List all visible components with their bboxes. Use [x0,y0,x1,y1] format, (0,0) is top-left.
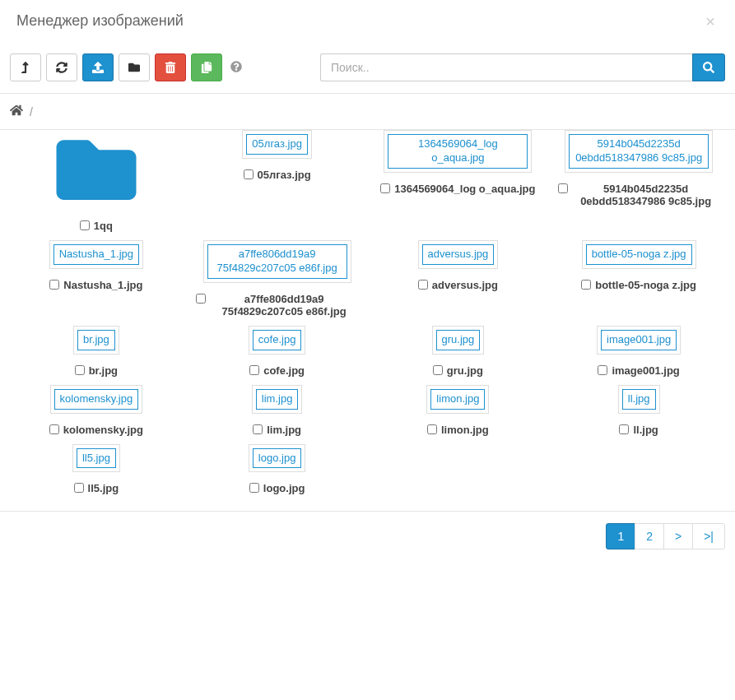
thumbnail-text: 1364569064_log o_aqua.jpg [388,134,528,169]
item-label: logo.jpg [191,482,364,494]
item-label: br.jpg [10,364,183,377]
thumbnail-text: Nastusha_1.jpg [53,244,139,265]
select-checkbox[interactable] [244,169,254,179]
item-label: adversus.jpg [372,279,545,291]
thumbnail[interactable]: 5914b045d2235d 0ebdd518347986 9c85.jpg [565,130,713,173]
refresh-button[interactable] [46,53,77,81]
file-item[interactable]: br.jpgbr.jpg [10,326,183,377]
file-item[interactable]: lim.jpglim.jpg [191,385,364,436]
thumbnail[interactable]: ll5.jpg [72,444,120,473]
trash-icon [165,62,176,73]
file-item[interactable]: gru.jpggru.jpg [372,326,545,377]
select-checkbox[interactable] [80,220,90,230]
thumbnail[interactable]: limon.jpg [426,385,489,414]
thumbnail-text: limon.jpg [430,389,485,410]
select-checkbox[interactable] [249,483,259,493]
item-name: 05лгаз.jpg [258,169,311,181]
item-name: kolomensky.jpg [63,424,143,436]
select-checkbox[interactable] [598,365,607,375]
search-input[interactable] [320,53,692,81]
file-item[interactable]: 1364569064_log o_aqua.jpg1364569064_log … [372,130,545,195]
file-item[interactable]: adversus.jpgadversus.jpg [372,240,545,291]
thumbnail-text: logo.jpg [253,448,302,469]
breadcrumb-home[interactable] [10,104,23,119]
select-checkbox[interactable] [253,424,263,434]
file-item[interactable]: 5914b045d2235d 0ebdd518347986 9c85.jpg59… [552,130,725,207]
item-name: lim.jpg [267,424,301,436]
item-label: 1364569064_log o_aqua.jpg [372,183,545,195]
select-checkbox[interactable] [427,424,437,434]
select-checkbox[interactable] [75,365,85,375]
thumbnail[interactable]: adversus.jpg [418,240,499,269]
home-icon [10,104,23,117]
page-next[interactable]: > [663,523,693,549]
refresh-icon [56,62,67,73]
thumbnail-text: gru.jpg [436,330,481,350]
page-last[interactable]: >| [692,523,725,549]
thumbnail-text: kolomensky.jpg [54,389,139,410]
page-2[interactable]: 2 [635,523,664,549]
select-checkbox[interactable] [49,424,59,434]
search-button[interactable] [692,53,725,81]
select-checkbox[interactable] [249,365,259,375]
select-checkbox[interactable] [581,280,591,290]
file-item[interactable]: image001.jpgimage001.jpg [552,326,725,377]
thumbnail[interactable]: gru.jpg [432,326,485,355]
page-1[interactable]: 1 [606,523,635,549]
delete-button[interactable] [155,53,186,81]
select-checkbox[interactable] [196,294,206,304]
thumbnail[interactable]: Nastusha_1.jpg [49,240,143,269]
thumbnail[interactable]: image001.jpg [597,326,681,355]
file-item[interactable]: ll.jpgll.jpg [552,385,725,436]
item-name: ll.jpg [633,424,658,436]
upload-button[interactable] [82,53,114,81]
file-item[interactable]: Nastusha_1.jpgNastusha_1.jpg [10,240,183,291]
thumbnail[interactable]: ll.jpg [618,385,660,414]
file-item[interactable]: ll5.jpgll5.jpg [10,444,183,495]
pagination: 12>>| [606,523,725,549]
help-icon[interactable] [230,61,242,75]
select-checkbox[interactable] [74,483,84,493]
thumbnail[interactable]: 05лгаз.jpg [242,130,312,159]
file-item[interactable]: limon.jpglimon.jpg [372,385,545,436]
item-label: lim.jpg [191,424,364,436]
breadcrumb: / [0,94,735,129]
close-icon[interactable]: × [700,12,720,32]
file-item[interactable]: logo.jpglogo.jpg [191,444,364,495]
select-checkbox[interactable] [380,183,390,193]
file-item[interactable]: a7ffe806dd19a9 75f4829c207c05 e86f.jpga7… [191,240,364,318]
item-label: ll5.jpg [10,482,183,494]
select-checkbox[interactable] [433,365,443,375]
file-item[interactable]: cofe.jpgcofe.jpg [191,326,364,377]
thumbnail[interactable]: a7ffe806dd19a9 75f4829c207c05 e86f.jpg [203,240,351,283]
select-checkbox[interactable] [558,183,568,193]
item-label: gru.jpg [372,364,545,377]
item-name: logo.jpg [263,482,305,494]
move-copy-button[interactable] [191,53,222,81]
item-label: 05лгаз.jpg [191,169,364,181]
folder-item[interactable]: 1qq [10,130,183,232]
item-name: cofe.jpg [263,364,305,377]
file-item[interactable]: bottle-05-noga z.jpgbottle-05-noga z.jpg [552,240,725,291]
thumbnail[interactable]: kolomensky.jpg [50,385,143,414]
thumbnail[interactable]: bottle-05-noga z.jpg [582,240,696,269]
item-name: a7ffe806dd19a9 75f4829c207c05 e86f.jpg [210,293,358,318]
thumbnail[interactable]: br.jpg [73,326,119,355]
thumbnail[interactable]: logo.jpg [249,444,306,473]
select-checkbox[interactable] [49,280,59,290]
file-item[interactable]: kolomensky.jpgkolomensky.jpg [10,385,183,436]
file-item[interactable]: 05лгаз.jpg05лгаз.jpg [191,130,364,181]
thumbnail[interactable]: cofe.jpg [249,326,306,355]
thumbnail[interactable]: 1364569064_log o_aqua.jpg [384,130,532,173]
thumbnail-text: br.jpg [77,330,115,350]
select-checkbox[interactable] [619,424,629,434]
thumbnail-text: image001.jpg [601,330,677,350]
parent-folder-button[interactable] [10,53,41,81]
new-folder-button[interactable] [119,53,150,81]
thumbnail[interactable]: lim.jpg [252,385,303,414]
modal-title: Менеджер изображений [16,12,719,30]
item-name: ll5.jpg [88,482,119,494]
item-label: limon.jpg [372,424,545,436]
item-name: Nastusha_1.jpg [63,279,142,291]
select-checkbox[interactable] [418,280,428,290]
